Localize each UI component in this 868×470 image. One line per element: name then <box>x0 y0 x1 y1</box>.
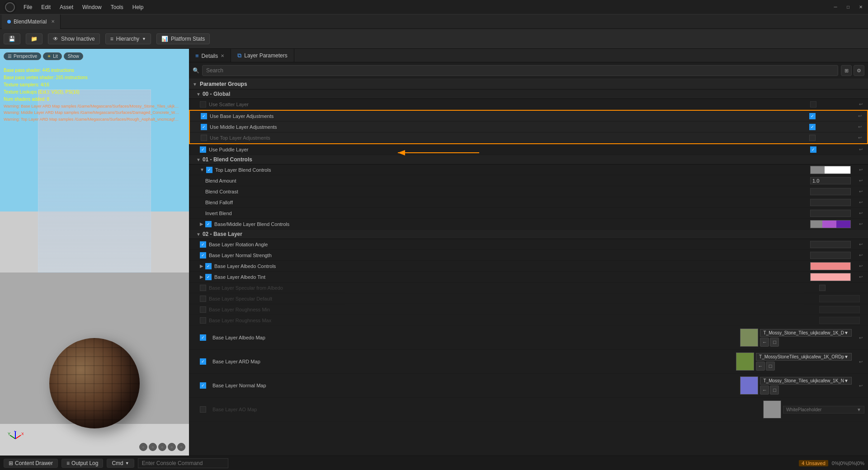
color-swatch-tint[interactable] <box>810 273 851 281</box>
platform-stats-button[interactable]: 📊 Platform Stats <box>156 33 210 44</box>
viewport-show-button[interactable]: Show <box>64 52 83 60</box>
prop-reset-puddle[interactable]: ↩ <box>857 146 864 153</box>
prop-input-blend-contrast[interactable]: 1.147394 <box>810 188 851 195</box>
cmd-button[interactable]: Cmd ▼ <box>107 459 134 468</box>
output-log-button[interactable]: ≡ Output Log <box>61 459 103 468</box>
prop-reset-base-middle[interactable]: ↩ <box>857 221 864 228</box>
grid-view-button[interactable]: ⊞ <box>841 65 852 76</box>
prop-checkbox-rot[interactable] <box>200 241 206 248</box>
prop-checkbox-top-adj[interactable] <box>201 135 207 141</box>
show-inactive-button[interactable]: 👁 Show Inactive <box>48 33 100 44</box>
prop-checkbox-norm[interactable] <box>200 252 206 258</box>
texture-browse-albedo[interactable]: ← <box>760 338 769 347</box>
prop-reset-albedo-ctrl[interactable]: ↩ <box>857 263 864 270</box>
save-button[interactable]: 💾 <box>4 33 20 44</box>
color-swatch-purple[interactable] <box>810 220 851 228</box>
prop-input-blend-amount[interactable]: 1.0 <box>810 177 851 184</box>
menu-window[interactable]: Window <box>79 3 105 11</box>
texture-dropdown-ard[interactable]: T_MossyStoneTiles_ukjkcafew_1K_ORDp ▼ <box>756 353 852 361</box>
menu-edit[interactable]: Edit <box>38 3 54 11</box>
prop-reset-invert-blend[interactable]: ↩ <box>857 210 864 217</box>
prop-reset-scatter[interactable]: ↩ <box>857 101 864 108</box>
texture-dropdown-normal[interactable]: T_Mossy_Stone_Tiles_ukjkcafew_1K_N ▼ <box>760 377 852 385</box>
prop-input-blend-falloff[interactable]: 1.284489 <box>810 199 851 206</box>
texture-dropdown-albedo[interactable]: T_Mossy_Stone_Tiles_ukjkcafew_1K_D ▼ <box>760 329 852 337</box>
prop-checkbox-rough-max[interactable] <box>200 317 206 324</box>
prop-checkbox-scatter[interactable] <box>200 101 206 108</box>
group-02-base[interactable]: ▼ 02 - Base Layer <box>189 230 868 239</box>
nav-btn-2[interactable]: ○ <box>149 443 157 451</box>
texture-dropdown-ao[interactable]: WhitePlaceholder ▼ <box>783 406 864 414</box>
viewport-mode-button[interactable]: ☰ Perspective <box>4 52 41 60</box>
prop-checkbox-val-base-adj[interactable] <box>809 113 816 119</box>
prop-checkbox-albedo-map[interactable] <box>200 334 206 341</box>
prop-checkbox-val-top-adj[interactable] <box>809 135 816 141</box>
prop-checkbox-rough-min[interactable] <box>200 306 206 313</box>
prop-reset-normal-map[interactable]: ↩ <box>857 382 864 389</box>
menu-help[interactable]: Help <box>129 3 147 11</box>
prop-input-rough-max[interactable]: 1.0 <box>819 317 860 324</box>
prop-reset-blend-amount[interactable]: ↩ <box>857 177 864 184</box>
group-00-global[interactable]: ▼ 00 - Global <box>189 89 868 99</box>
prop-reset-top-blend[interactable]: ↩ <box>857 166 864 174</box>
prop-albedo-expand[interactable]: ▶ <box>200 263 203 268</box>
tab-blend-material[interactable]: BlendMaterial ✕ <box>2 14 61 29</box>
prop-checkbox-ao[interactable] <box>200 406 206 413</box>
group-01-blend[interactable]: ▼ 01 - Blend Controls <box>189 155 868 164</box>
texture-save-ard[interactable]: □ <box>766 362 775 371</box>
prop-checkbox-albedo-tint[interactable] <box>205 274 212 280</box>
close-button[interactable]: ✕ <box>857 4 864 11</box>
color-swatch-blend[interactable] <box>810 166 851 174</box>
prop-checkbox-albedo-ctrl[interactable] <box>205 263 212 269</box>
details-close-button[interactable]: ✕ <box>221 53 224 58</box>
content-drawer-button[interactable]: ⊞ Content Drawer <box>4 459 58 468</box>
prop-reset-blend-contrast[interactable]: ↩ <box>857 188 864 195</box>
tab-layer-parameters[interactable]: ⧉ Layer Parameters <box>231 49 294 62</box>
settings-icon-button[interactable]: ⚙ <box>854 65 864 76</box>
nav-btn-3[interactable]: ○ <box>158 443 166 451</box>
prop-checkbox-val-middle-adj[interactable] <box>809 124 816 130</box>
nav-btn-4[interactable]: ○ <box>168 443 176 451</box>
texture-browse-normal[interactable]: ← <box>760 385 769 395</box>
prop-checkbox-normal-map[interactable] <box>200 382 206 389</box>
prop-input-spec-def[interactable]: 0.5 <box>819 295 860 302</box>
browse-button[interactable]: 📁 <box>26 33 42 44</box>
prop-reset-rot[interactable]: ↩ <box>857 241 864 248</box>
prop-reset-albedo-map[interactable]: ↩ <box>857 334 864 341</box>
prop-checkbox-top-blend[interactable] <box>206 167 212 173</box>
prop-input-norm[interactable]: 3.639294 <box>810 252 851 259</box>
prop-checkbox-val-scatter[interactable] <box>810 101 816 108</box>
prop-checkbox-val-puddle[interactable] <box>810 146 816 153</box>
viewport-lit-button[interactable]: ☀ Lit <box>43 52 62 60</box>
prop-checkbox-base-middle[interactable] <box>205 221 212 227</box>
prop-reset-top-adj[interactable]: ↩ <box>856 134 863 141</box>
prop-reset-albedo-tint[interactable]: ↩ <box>857 273 864 281</box>
prop-checkbox-base-adj[interactable] <box>201 113 207 119</box>
prop-checkbox-spec-def[interactable] <box>200 296 206 302</box>
prop-checkbox-val-spec[interactable] <box>819 285 826 291</box>
prop-checkbox-puddle[interactable] <box>200 146 206 153</box>
texture-save-albedo[interactable]: □ <box>770 338 779 347</box>
prop-input-rot[interactable]: 0.25 <box>810 241 851 248</box>
viewport[interactable]: ☰ Perspective ☀ Lit Show Base pass shade… <box>0 49 189 456</box>
texture-save-normal[interactable]: □ <box>770 385 779 395</box>
prop-tint-expand[interactable]: ▶ <box>200 274 203 279</box>
menu-file[interactable]: File <box>20 3 36 11</box>
section-parameter-groups[interactable]: ▼ Parameter Groups <box>189 79 868 89</box>
prop-collapse-arrow[interactable]: ▼ <box>200 167 204 172</box>
prop-checkbox-spec-albedo[interactable] <box>200 285 206 291</box>
texture-browse-ard[interactable]: ← <box>756 362 765 371</box>
prop-reset-middle-adj[interactable]: ↩ <box>856 123 863 131</box>
nav-btn-1[interactable]: ○ <box>139 443 147 451</box>
menu-asset[interactable]: Asset <box>56 3 77 11</box>
prop-reset-norm[interactable]: ↩ <box>857 252 864 259</box>
prop-checkbox-ard[interactable] <box>200 358 206 365</box>
prop-checkbox-middle-adj[interactable] <box>201 124 207 130</box>
prop-input-rough-min[interactable]: 0.0 <box>819 306 860 313</box>
nav-btn-5[interactable]: ○ <box>177 443 185 451</box>
prop-expand-arrow[interactable]: ▶ <box>200 221 203 226</box>
console-input[interactable] <box>138 458 228 468</box>
tab-close-button[interactable]: ✕ <box>51 19 55 24</box>
minimize-button[interactable]: ─ <box>832 4 839 11</box>
prop-reset-blend-falloff[interactable]: ↩ <box>857 199 864 206</box>
